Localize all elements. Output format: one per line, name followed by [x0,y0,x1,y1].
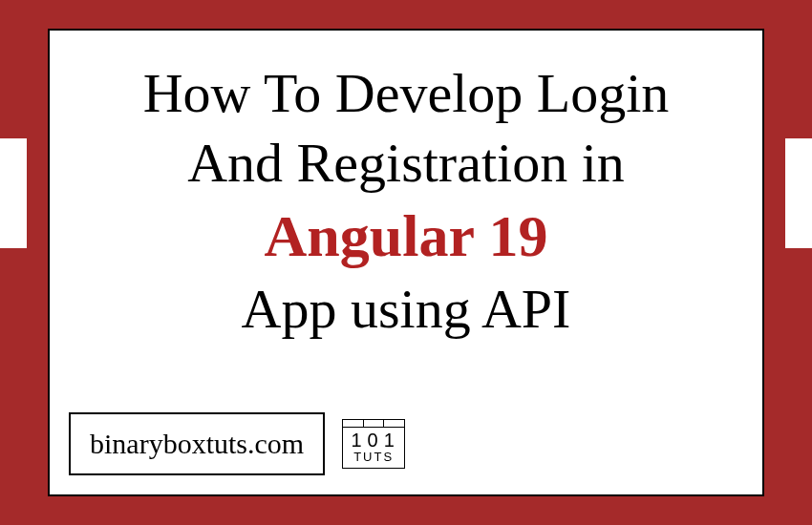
content-box: How To Develop Login And Registration in… [48,29,764,496]
title-container: How To Develop Login And Registration in… [50,31,762,344]
title-line-2: And Registration in [78,129,734,199]
site-name: binaryboxtuts.com [69,412,325,475]
decorative-notch-right [785,138,812,248]
title-line-4: App using API [78,275,734,345]
logo-text: TUTS [343,451,404,467]
outer-frame: How To Develop Login And Registration in… [0,0,812,525]
logo-number: 101 [343,428,404,451]
logo-box: 101 TUTS [342,419,405,468]
title-line-1: How To Develop Login [78,59,734,129]
decorative-notch-left [0,138,27,248]
title-highlight: Angular 19 [78,198,734,275]
footer: binaryboxtuts.com 101 TUTS [69,412,405,475]
logo-binary-icon [343,420,404,428]
